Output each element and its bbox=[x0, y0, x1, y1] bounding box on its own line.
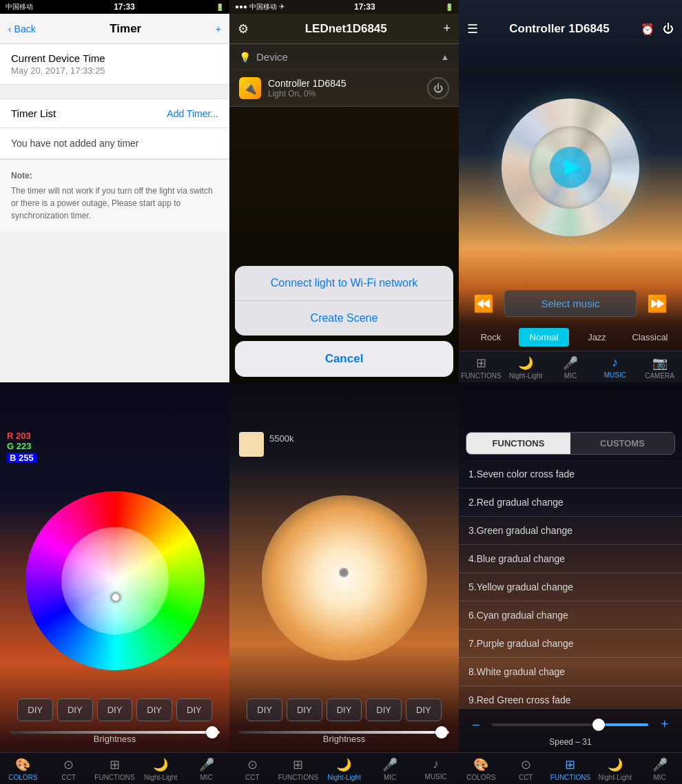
time-1: 17:33 bbox=[114, 2, 135, 12]
tab-music-5[interactable]: ♪ MUSIC bbox=[413, 757, 459, 781]
tab-mic-5[interactable]: 🎤 MIC bbox=[367, 757, 413, 781]
create-scene-button[interactable]: Create Scene bbox=[235, 301, 453, 336]
tab-functions-4[interactable]: ⊞ FUNCTIONS bbox=[92, 757, 138, 781]
diy-btn-4[interactable]: DIY bbox=[136, 699, 172, 721]
settings-button[interactable]: ⚙ bbox=[238, 21, 249, 37]
nightlight-icon-6: 🌙 bbox=[608, 757, 623, 772]
back-button[interactable]: ‹ Back bbox=[8, 23, 36, 34]
func-item-8[interactable]: 8.White gradual chage bbox=[459, 658, 682, 686]
status-bar-1: 中国移动 17:33 🔋 bbox=[0, 0, 229, 14]
rewind-button[interactable]: ⏪ bbox=[470, 291, 497, 317]
brightness-slider-4[interactable] bbox=[10, 731, 220, 734]
func-item-6[interactable]: 6.Cyan gradual change bbox=[459, 601, 682, 630]
action-sheet-cancel: Cancel bbox=[235, 341, 453, 377]
speed-plus-button[interactable]: + bbox=[655, 714, 674, 734]
tab-functions-main[interactable]: FUNCTIONS bbox=[466, 433, 570, 454]
tab-mic-6[interactable]: 🎤 MIC bbox=[637, 757, 682, 781]
select-music-button[interactable]: Select music bbox=[504, 290, 637, 317]
menu-icon-3[interactable]: ☰ bbox=[467, 21, 478, 37]
genre-classical[interactable]: Classical bbox=[625, 328, 675, 347]
play-button[interactable] bbox=[550, 147, 591, 188]
device-section: 💡 Device ▲ 🔌 Controller 1D6845 Light On,… bbox=[229, 44, 459, 107]
diy-btn-5[interactable]: DIY bbox=[176, 699, 212, 721]
cct-diy-btn-5[interactable]: DIY bbox=[406, 699, 442, 721]
timer-empty-message: You have not added any timer bbox=[0, 128, 229, 159]
diy-btn-3[interactable]: DIY bbox=[97, 699, 133, 721]
power-icon-3[interactable]: ⏻ bbox=[663, 23, 674, 36]
tab-cct-5[interactable]: ⊙ CCT bbox=[229, 757, 276, 781]
screen-lednet: ●●● 中国移动 ✈ 17:33 🔋 ⚙ LEDnet1D6845 + 💡 De… bbox=[229, 0, 459, 382]
tab-nightlight-label-4: Night-Light bbox=[144, 774, 177, 781]
timer-list-label: Timer List bbox=[11, 107, 56, 119]
tab-nightlight-3[interactable]: 🌙 Night-Light bbox=[504, 355, 548, 380]
tab-functions-6[interactable]: ⊞ FUNCTIONS bbox=[548, 757, 593, 781]
battery-2: 🔋 bbox=[445, 3, 453, 11]
functions-icon-3: ⊞ bbox=[476, 355, 486, 371]
tab-cct-6[interactable]: ⊙ CCT bbox=[504, 757, 548, 781]
func-item-9[interactable]: 9.Red Green cross fade bbox=[459, 686, 682, 708]
func-item-1[interactable]: 1.Seven color cross fade bbox=[459, 460, 682, 488]
cct-diy-btn-2[interactable]: DIY bbox=[287, 699, 322, 721]
device-power-button[interactable]: ⏻ bbox=[427, 77, 449, 99]
speed-thumb[interactable] bbox=[592, 719, 605, 731]
lednet-add-button[interactable]: + bbox=[443, 21, 451, 36]
color-cursor[interactable] bbox=[111, 592, 121, 602]
device-time-value: May 20, 2017, 17:33:25 bbox=[11, 65, 218, 76]
tab-customs[interactable]: CUSTOMS bbox=[570, 433, 674, 454]
brightness-thumb-4[interactable] bbox=[206, 726, 218, 739]
timer-content: Current Device Time May 20, 2017, 17:33:… bbox=[0, 44, 229, 382]
connect-wifi-button[interactable]: Connect light to Wi-Fi network bbox=[235, 266, 453, 301]
func-item-3[interactable]: 3.Green gradual change bbox=[459, 517, 682, 545]
add-timer-nav-button[interactable]: + bbox=[216, 23, 221, 34]
note-title: Note: bbox=[11, 169, 218, 182]
func-item-5[interactable]: 5.Yellow gradual change bbox=[459, 573, 682, 601]
music-genre-tabs: Rock Normal Jazz Classical bbox=[459, 324, 682, 351]
speed-slider[interactable] bbox=[492, 723, 648, 726]
signal-2: ●●● 中国移动 ✈ bbox=[235, 2, 285, 12]
cct-diy-btn-3[interactable]: DIY bbox=[327, 699, 362, 721]
music-icon-3: ♪ bbox=[612, 355, 618, 370]
tab-nightlight-4[interactable]: 🌙 Night-Light bbox=[138, 757, 184, 781]
diy-btn-2[interactable]: DIY bbox=[57, 699, 93, 721]
cct-diy-btn-1[interactable]: DIY bbox=[247, 699, 282, 721]
func-item-4[interactable]: 4.Blue gradual change bbox=[459, 545, 682, 573]
tab-music-3[interactable]: ♪ MUSIC bbox=[592, 355, 637, 380]
tab-colors-4[interactable]: 🎨 COLORS bbox=[0, 757, 46, 781]
func-item-2[interactable]: 2.Red gradual change bbox=[459, 488, 682, 517]
brightness-slider-5[interactable] bbox=[239, 731, 449, 734]
vinyl-inner bbox=[529, 126, 612, 209]
cct-diy-btn-4[interactable]: DIY bbox=[366, 699, 402, 721]
genre-rock[interactable]: Rock bbox=[466, 328, 516, 347]
tab-mic-3[interactable]: 🎤 MIC bbox=[548, 355, 593, 380]
timer-list-row: Timer List Add Timer... bbox=[0, 99, 229, 128]
tab-functions-5[interactable]: ⊞ FUNCTIONS bbox=[276, 757, 322, 781]
diy-btn-1[interactable]: DIY bbox=[17, 699, 53, 721]
tab-mic-label-6: MIC bbox=[653, 774, 665, 781]
speed-minus-button[interactable]: – bbox=[467, 714, 485, 734]
alarm-icon-3[interactable]: ⏰ bbox=[641, 23, 654, 36]
cct-icon-5: ⊙ bbox=[247, 757, 258, 772]
genre-normal[interactable]: Normal bbox=[519, 328, 569, 347]
tab-nightlight-6[interactable]: 🌙 Night-Light bbox=[592, 757, 637, 781]
genre-jazz[interactable]: Jazz bbox=[572, 328, 622, 347]
cancel-button[interactable]: Cancel bbox=[235, 341, 453, 377]
tab-functions-3[interactable]: ⊞ FUNCTIONS bbox=[459, 355, 504, 380]
brightness-row-5: Brightness bbox=[229, 727, 459, 752]
device-header[interactable]: 💡 Device ▲ bbox=[229, 44, 459, 70]
tab-camera-3[interactable]: 📷 CAMERA bbox=[637, 355, 682, 380]
add-timer-button[interactable]: Add Timer... bbox=[167, 108, 218, 119]
color-wheel[interactable] bbox=[25, 491, 205, 670]
tab-colors-6[interactable]: 🎨 COLORS bbox=[459, 757, 504, 781]
tab-nightlight-5[interactable]: 🌙 Night-Light bbox=[321, 757, 367, 781]
func-item-7[interactable]: 7.Purple gradual change bbox=[459, 630, 682, 658]
tab-nightlight-label-6: Night-Light bbox=[599, 774, 632, 781]
lightbulb-icon: 💡 bbox=[239, 52, 251, 63]
cct-cursor[interactable] bbox=[339, 568, 349, 577]
color-wheel-area bbox=[0, 468, 229, 693]
brightness-thumb-5[interactable] bbox=[435, 726, 448, 739]
cct-wheel[interactable] bbox=[262, 495, 427, 661]
tab-cct-4[interactable]: ⊙ CCT bbox=[46, 757, 92, 781]
tab-mic-4[interactable]: 🎤 MIC bbox=[183, 757, 229, 781]
functions-icon-6: ⊞ bbox=[565, 757, 575, 772]
fast-forward-button[interactable]: ⏩ bbox=[643, 291, 671, 317]
